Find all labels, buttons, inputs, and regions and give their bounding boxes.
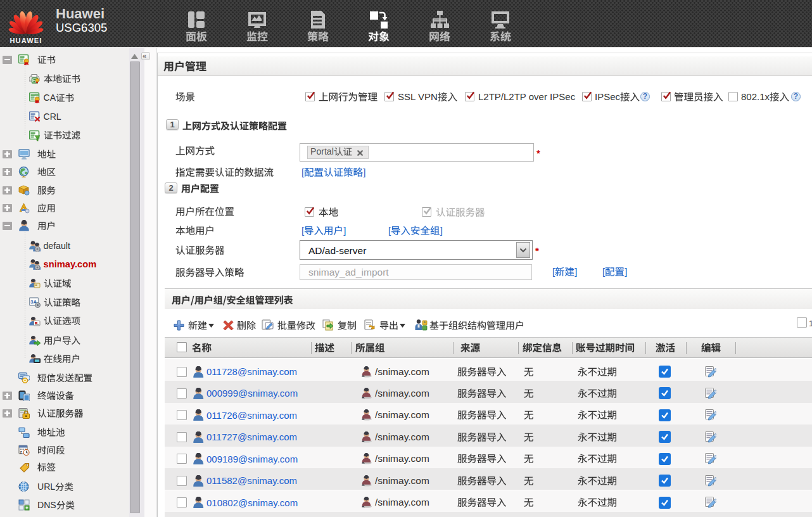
svg-text:HUAWEI: HUAWEI xyxy=(10,37,42,44)
